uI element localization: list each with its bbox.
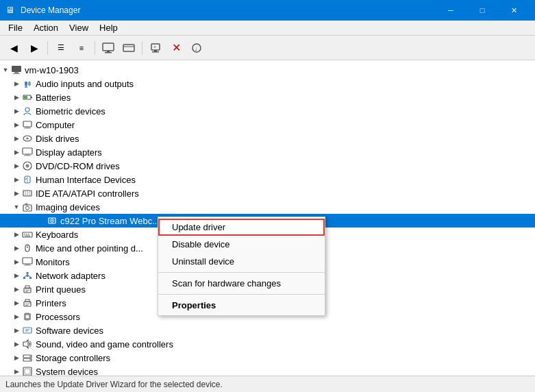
resource-view-button[interactable] [119,38,138,58]
svg-rect-39 [23,205,32,211]
toolbar-separator-2 [95,41,95,55]
svg-marker-81 [23,340,28,348]
ide-icon [22,188,33,199]
minimize-button[interactable]: ─ [435,0,466,21]
svg-rect-21 [23,121,32,127]
arrow-21: ▶ [11,366,22,376]
svg-point-31 [27,165,28,167]
svg-point-85 [29,359,31,360]
svg-point-52 [27,247,28,248]
svg-rect-47 [26,234,27,235]
computer-icon [22,119,33,130]
update-driver-button[interactable]: ↓ [187,38,206,58]
svg-rect-73 [26,315,29,319]
label-15: Print queues [36,284,86,295]
svg-rect-69 [25,304,29,304]
menu-view[interactable]: View [64,21,94,34]
keyboard-icon [22,229,33,240]
imaging-icon [22,201,33,212]
menu-help[interactable]: Help [94,21,123,34]
tree-item-20[interactable]: ▶ Storage controllers [0,351,535,365]
device-tree[interactable]: ▼ vm-w10-1903 ▶ Audio inputs and outputs… [0,60,535,376]
window-controls[interactable]: ─ □ ✕ [435,0,530,21]
arrow-9: ▼ [11,201,22,212]
tree-item-7[interactable]: ▶ Human Interface Devices [0,173,535,186]
close-button[interactable]: ✕ [498,0,530,21]
tree-item-2[interactable]: ▶ Biometric devices [0,104,535,118]
tree-item-8[interactable]: ▶ IDE ATA/ATAPI controllers [0,186,535,200]
ctx-update-driver[interactable]: Update driver [158,219,325,236]
arrow-7: ▶ [11,174,22,185]
svg-rect-28 [24,156,31,156]
arrow-17: ▶ [11,311,22,322]
svg-rect-27 [25,154,29,156]
svg-rect-70 [25,305,28,306]
scan-changes-button[interactable]: + [146,38,165,58]
root-label: vm-w10-1903 [25,65,79,75]
svg-point-71 [29,302,31,304]
svg-rect-49 [25,236,30,237]
label-8: IDE ATA/ATAPI controllers [36,188,139,199]
ctx-properties[interactable]: Properties [158,297,325,314]
arrow-4: ▶ [11,133,22,144]
tree-item-9[interactable]: ▼ Imaging devices [0,200,535,214]
back-button[interactable]: ◀ [4,38,23,58]
arrow-0: ▶ [11,78,22,89]
tree-item-4[interactable]: ▶ Disk drives [0,132,535,145]
svg-rect-23 [24,128,31,129]
tree-item-18[interactable]: ▶ Software devices [0,323,535,337]
svg-rect-7 [152,51,159,53]
ctx-uninstall-device[interactable]: Uninstall device [158,253,325,270]
titlebar: 🖥 Device Manager ─ □ ✕ [0,0,535,21]
label-3: Computer [36,120,75,130]
maximize-button[interactable]: □ [466,0,498,21]
ctx-disable-device[interactable]: Disable device [158,236,325,253]
ctx-scan-hardware[interactable]: Scan for hardware changes [158,275,325,292]
arrow-14: ▶ [11,270,22,281]
driver-update-button[interactable]: ≡ [72,38,91,58]
tree-item-19[interactable]: ▶ Sound, video and game controllers [0,337,535,351]
tree-item-0[interactable]: ▶ Audio inputs and outputs [0,77,535,90]
printer-icon [22,297,33,308]
network-icon [22,270,33,281]
svg-rect-1 [107,51,110,52]
svg-rect-26 [23,148,32,154]
label-21: System devices [36,367,98,376]
tree-item-1[interactable]: ▶ Batteries [0,90,535,104]
menu-action[interactable]: Action [28,21,64,34]
ctx-sep-2 [158,294,325,295]
svg-rect-56 [23,277,25,279]
label-14: Network adapters [36,271,105,281]
forward-button[interactable]: ▶ [25,38,44,58]
tree-item-5[interactable]: ▶ Display adapters [0,145,535,159]
svg-rect-14 [25,82,27,86]
show-devices-button[interactable] [99,38,118,58]
menu-file[interactable]: File [3,21,28,34]
svg-rect-53 [23,258,32,264]
svg-rect-66 [25,291,28,292]
label-4: Disk drives [36,134,79,144]
arrow-15: ▶ [11,284,22,295]
svg-rect-54 [25,264,29,265]
webcam-arrow [36,215,47,226]
svg-rect-65 [25,290,29,291]
svg-rect-11 [12,66,21,72]
properties-button[interactable]: ☰ [51,38,71,58]
tree-item-3[interactable]: ▶ Computer [0,118,535,132]
toolbar-separator-3 [142,41,142,55]
label-12: Mice and other pointing d... [36,243,143,254]
tree-item-6[interactable]: ▶ DVD/CD-ROM drives [0,159,535,173]
dvd-icon [22,160,33,171]
svg-text:+: + [153,45,156,49]
monitor-icon [22,256,33,267]
remove-device-button[interactable]: ✕ [166,38,186,58]
arrow-20: ▶ [11,352,22,363]
arrow-18: ▶ [11,325,22,336]
tree-root[interactable]: ▼ vm-w10-1903 [0,63,535,77]
svg-rect-13 [13,73,20,74]
arrow-13: ▶ [11,256,22,267]
disk-icon [22,133,33,144]
label-19: Sound, video and game controllers [36,339,173,350]
tree-item-21[interactable]: ▶ System devices [0,365,535,376]
label-11: Keyboards [36,230,78,240]
